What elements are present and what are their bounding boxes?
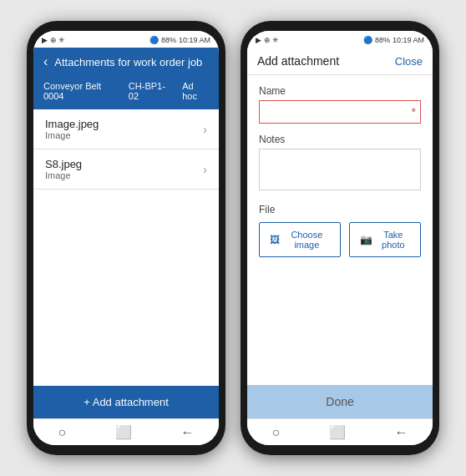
file-section: File 🖼 Choose image 📷 Take photo: [259, 204, 421, 257]
list-item-content-1: Image.jpeg Image: [45, 118, 99, 140]
time-1: 10:19 AM: [179, 36, 210, 44]
list-item[interactable]: S8.jpeg Image ›: [33, 149, 219, 190]
home-nav-icon-2[interactable]: ○: [271, 425, 280, 440]
done-button[interactable]: Done: [247, 385, 433, 418]
info-bar-1: Conveyor Belt 0004 CH-BP1-02 Ad hoc: [33, 76, 219, 109]
notes-form-group: Notes: [259, 134, 421, 194]
home-nav-icon-1[interactable]: ○: [58, 425, 66, 440]
attachment-sub-1: Image: [45, 130, 99, 140]
add-attachment-button[interactable]: + Add attachment: [33, 386, 219, 418]
file-buttons-group: 🖼 Choose image 📷 Take photo: [259, 222, 421, 257]
status-bar-1: ▶ ⊕ ✳ 🔵 88% 10:19 AM: [33, 31, 219, 48]
choose-image-icon: 🖼: [270, 234, 280, 246]
choose-image-label: Choose image: [284, 230, 330, 250]
required-star: *: [412, 105, 416, 119]
bluetooth-icon-2: 🔵: [363, 36, 372, 44]
back-button-1[interactable]: ‹: [43, 54, 48, 69]
attachment-list: Image.jpeg Image › S8.jpeg Image ›: [33, 109, 219, 386]
notes-label: Notes: [259, 134, 421, 145]
chevron-icon-1: ›: [203, 123, 207, 136]
battery-2: 88%: [375, 36, 390, 44]
attachment-title-1: Image.jpeg: [45, 118, 99, 130]
status-left-1: ▶ ⊕ ✳: [42, 36, 65, 44]
signal-icons-1: ▶ ⊕ ✳: [42, 36, 65, 44]
status-bar-2: ▶ ⊕ ✳ 🔵 88% 10:19 AM: [247, 31, 433, 48]
info-item-2: CH-BP1-02: [129, 81, 172, 101]
bottom-nav-2: ○ ⬜ ←: [247, 418, 433, 445]
close-button-2[interactable]: Close: [395, 55, 423, 68]
phone-1-screen: ▶ ⊕ ✳ 🔵 88% 10:19 AM ‹ Attachments for w…: [33, 31, 219, 445]
name-label: Name: [259, 85, 421, 97]
name-form-group: Name *: [259, 85, 421, 124]
back-nav-icon-2[interactable]: ←: [395, 425, 408, 440]
info-item-1: Conveyor Belt 0004: [43, 81, 119, 101]
phone-1: ▶ ⊕ ✳ 🔵 88% 10:19 AM ‹ Attachments for w…: [27, 21, 225, 455]
attachment-sub-2: Image: [45, 170, 82, 180]
chevron-icon-2: ›: [203, 163, 207, 176]
back-nav-icon-1[interactable]: ←: [181, 425, 195, 440]
signal-icons-2: ▶ ⊕ ✳: [256, 36, 279, 44]
square-nav-icon-1[interactable]: ⬜: [115, 424, 132, 440]
name-input[interactable]: [259, 100, 421, 124]
list-item-content-2: S8.jpeg Image: [45, 158, 82, 180]
attachment-title-2: S8.jpeg: [45, 158, 82, 170]
list-item[interactable]: Image.jpeg Image ›: [33, 109, 219, 149]
phone-2-screen: ▶ ⊕ ✳ 🔵 88% 10:19 AM Add attachment Clos…: [247, 31, 433, 445]
form-area-2: Name * Notes File 🖼: [247, 75, 433, 385]
bluetooth-icon-1: 🔵: [149, 36, 159, 44]
choose-image-button[interactable]: 🖼 Choose image: [259, 222, 341, 257]
page-header-2: Add attachment Close: [247, 48, 433, 75]
status-left-2: ▶ ⊕ ✳: [256, 36, 279, 44]
info-item-3: Ad hoc: [182, 81, 209, 101]
take-photo-button[interactable]: 📷 Take photo: [349, 222, 421, 257]
page-title-2: Add attachment: [257, 54, 339, 68]
bottom-nav-1: ○ ⬜ ←: [33, 418, 219, 445]
notes-input[interactable]: [259, 149, 421, 190]
time-2: 10:19 AM: [393, 36, 424, 44]
square-nav-icon-2[interactable]: ⬜: [329, 424, 346, 440]
phone-2: ▶ ⊕ ✳ 🔵 88% 10:19 AM Add attachment Clos…: [241, 21, 439, 455]
name-input-wrapper: *: [259, 100, 421, 124]
take-photo-icon: 📷: [360, 234, 372, 246]
nav-bar-1: ‹ Attachments for work order job: [33, 48, 219, 76]
status-right-1: 🔵 88% 10:19 AM: [149, 36, 210, 44]
file-label: File: [259, 204, 421, 215]
status-right-2: 🔵 88% 10:19 AM: [363, 36, 424, 44]
take-photo-label: Take photo: [377, 230, 410, 250]
battery-1: 88%: [161, 36, 176, 44]
nav-title-1: Attachments for work order job: [54, 56, 202, 68]
